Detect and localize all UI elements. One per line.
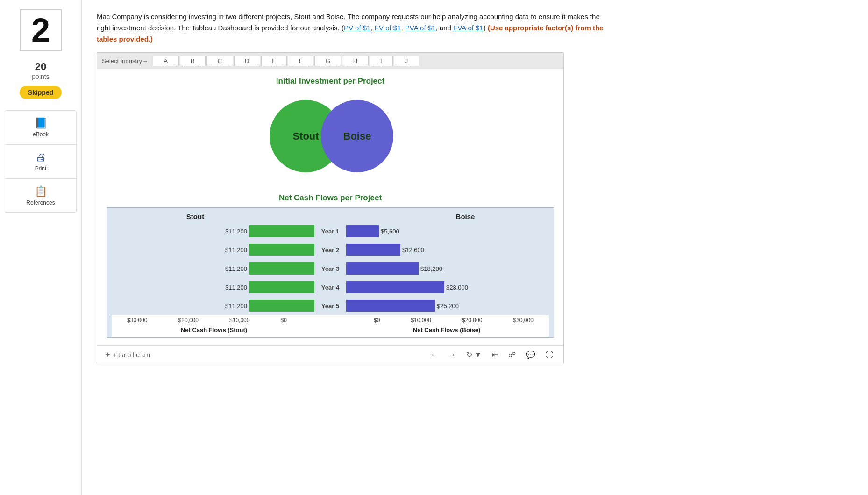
stout-y3-label: $11,200 <box>225 265 247 272</box>
chart-area: Initial Investment per Project Stout Boi… <box>97 69 563 345</box>
nav-comment-button[interactable]: 💬 <box>523 349 538 360</box>
stout-axis-10k: $10,000 <box>229 317 249 324</box>
col-a[interactable]: __A__ <box>153 56 179 66</box>
boise-y1-bar <box>346 225 379 237</box>
bar-chart-title: Net Cash Flows per Project <box>107 193 554 203</box>
bar-chart-headers: Stout Boise <box>112 212 549 220</box>
stout-y4-bar <box>249 281 314 293</box>
sidebar-item-references[interactable]: 📋 References <box>5 179 76 212</box>
boise-axis-0: $0 <box>374 317 380 324</box>
table-row: $11,200 Year 2 $12,600 <box>112 241 549 259</box>
sidebar-item-print[interactable]: 🖨 Print <box>5 145 76 179</box>
nav-fullscreen-button[interactable]: ⛶ <box>543 350 556 360</box>
status-badge[interactable]: Skipped <box>20 86 62 99</box>
stout-y5-bar <box>249 300 314 312</box>
boise-y2-label: $12,600 <box>402 247 424 254</box>
nav-back-button[interactable]: ← <box>428 350 441 360</box>
col-j[interactable]: __J__ <box>394 56 419 66</box>
table-row: $11,200 Year 5 $25,200 <box>112 297 549 315</box>
sidebar-tools: 📘 eBook 🖨 Print 📋 References <box>5 110 77 213</box>
boise-axis-10k: $10,000 <box>411 317 431 324</box>
tableau-logo-text: + t a b l e a u <box>113 351 150 359</box>
col-b[interactable]: __B__ <box>180 56 206 66</box>
print-label: Print <box>35 165 47 172</box>
col-g[interactable]: __G__ <box>314 56 341 66</box>
bubble-chart: Stout Boise <box>107 95 554 179</box>
axis-row: $30,000 $20,000 $10,000 $0 $0 $10,000 $2… <box>112 315 549 325</box>
nav-forward-button[interactable]: → <box>446 350 459 360</box>
sidebar: 2 20 points Skipped 📘 eBook 🖨 Print 📋 Re… <box>0 0 82 495</box>
stout-y2-label: $11,200 <box>225 247 247 254</box>
tableau-logo: ✦ + t a b l e a u <box>105 350 150 359</box>
boise-y5-bar <box>346 300 435 312</box>
boise-axis: $0 $10,000 $20,000 $30,000 <box>344 317 549 324</box>
col-c[interactable]: __C__ <box>206 56 233 66</box>
references-label: References <box>26 199 55 206</box>
stout-y1-label: $11,200 <box>225 228 247 235</box>
stout-y2-bar <box>249 244 314 256</box>
boise-axis-title: Net Cash Flows (Boise) <box>344 326 549 333</box>
nav-share-button[interactable]: ☍ <box>505 349 519 360</box>
bubble-stout-label: Stout <box>292 130 319 142</box>
tableau-footer: ✦ + t a b l e a u ← → ↻ ▼ ⇤ ☍ 💬 ⛶ <box>97 345 563 364</box>
bubble-boise: Boise <box>321 100 393 172</box>
stout-y1-bar <box>249 225 314 237</box>
points-label: points <box>32 73 49 80</box>
page-container: 2 20 points Skipped 📘 eBook 🖨 Print 📋 Re… <box>0 0 868 495</box>
question-number: 2 <box>20 9 62 51</box>
nav-home-button[interactable]: ⇤ <box>489 349 501 360</box>
stout-axis-30k: $30,000 <box>127 317 147 324</box>
year1-label: Year 1 <box>316 228 344 235</box>
stout-axis-0: $0 <box>281 317 287 324</box>
boise-y5-label: $25,200 <box>437 303 459 310</box>
tableau-logo-icon: ✦ <box>105 350 111 359</box>
question-text: Mac Company is considering investing in … <box>97 11 611 45</box>
year2-label: Year 2 <box>316 247 344 254</box>
table-row: $11,200 Year 3 $18,200 <box>112 260 549 277</box>
print-icon: 🖨 <box>36 151 46 163</box>
stout-y4-label: $11,200 <box>225 284 247 291</box>
tableau-dashboard: Select Industry→ __A__ __B__ __C__ __D__… <box>97 52 564 364</box>
boise-y1-label: $5,600 <box>381 228 399 235</box>
stout-y5-label: $11,200 <box>225 303 247 310</box>
references-icon: 📋 <box>35 185 47 198</box>
nav-refresh-button[interactable]: ↻ ▼ <box>463 349 484 360</box>
boise-y4-bar <box>346 281 444 293</box>
stout-y3-bar <box>249 262 314 275</box>
stout-axis-20k: $20,000 <box>178 317 199 324</box>
col-e[interactable]: __E__ <box>261 56 287 66</box>
table-row: $11,200 Year 4 $28,000 <box>112 278 549 296</box>
boise-y3-label: $18,200 <box>420 265 442 272</box>
bar-rows: $11,200 Year 1 $5,600 <box>112 222 549 315</box>
axis-title-row: Net Cash Flows (Stout) Net Cash Flows (B… <box>112 325 549 337</box>
stout-axis-title: Net Cash Flows (Stout) <box>112 326 316 333</box>
boise-y2-bar <box>346 244 400 256</box>
boise-axis-20k: $20,000 <box>462 317 482 324</box>
bubble-boise-label: Boise <box>343 130 371 142</box>
stout-axis: $30,000 $20,000 $10,000 $0 <box>112 317 316 324</box>
col-f[interactable]: __F__ <box>288 56 313 66</box>
col-d[interactable]: __D__ <box>234 56 260 66</box>
boise-header: Boise <box>344 212 549 220</box>
main-content: Mac Company is considering investing in … <box>82 0 868 495</box>
industry-selector: Select Industry→ __A__ __B__ __C__ __D__… <box>97 53 563 69</box>
year5-label: Year 5 <box>316 303 344 310</box>
col-i[interactable]: __I__ <box>370 56 393 66</box>
col-h[interactable]: __H__ <box>342 56 368 66</box>
industry-select-label: Select Industry→ <box>102 57 148 64</box>
ebook-label: eBook <box>33 131 49 138</box>
ebook-icon: 📘 <box>35 117 47 129</box>
pva-link[interactable]: PVA of $1 <box>405 24 436 32</box>
fv-link[interactable]: FV of $1 <box>375 24 401 32</box>
year3-label: Year 3 <box>316 265 344 272</box>
year4-label: Year 4 <box>316 284 344 291</box>
bar-chart: Stout Boise $11,200 Year 1 <box>107 207 554 338</box>
pv-link[interactable]: PV of $1 <box>344 24 371 32</box>
boise-y3-bar <box>346 262 419 275</box>
stout-header: Stout <box>112 212 316 220</box>
bubble-chart-title: Initial Investment per Project <box>107 77 554 86</box>
sidebar-item-ebook[interactable]: 📘 eBook <box>5 111 76 145</box>
fva-link[interactable]: FVA of $1 <box>453 24 484 32</box>
boise-axis-30k: $30,000 <box>513 317 534 324</box>
tableau-nav: ← → ↻ ▼ ⇤ ☍ 💬 ⛶ <box>428 349 556 360</box>
